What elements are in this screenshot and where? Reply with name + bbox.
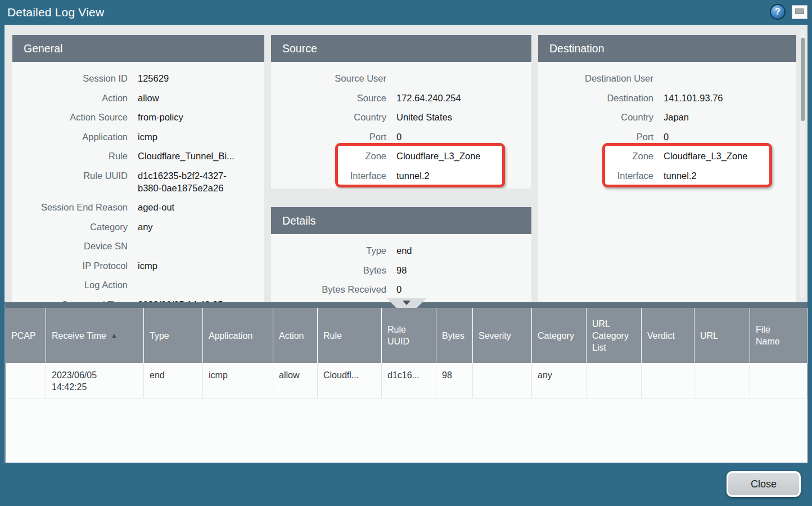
dialog-title: Detailed Log View	[0, 0, 812, 25]
log-table-header: PCAPReceive Time▲TypeApplicationActionRu…	[6, 308, 808, 364]
column-header-label: Verdict	[647, 330, 675, 342]
column-header-rule-uuid[interactable]: Rule UUID	[382, 308, 436, 363]
table-cell-verdict	[642, 364, 694, 398]
field-label: Category	[12, 221, 128, 233]
column-header-verdict[interactable]: Verdict	[642, 308, 694, 363]
table-cell-action: allow	[273, 364, 318, 398]
column-header-rule[interactable]: Rule	[318, 308, 382, 363]
column-header-url-category-list[interactable]: URL Category List	[587, 308, 642, 363]
field-label: Country	[271, 111, 386, 123]
column-header-label: URL Category List	[592, 318, 629, 353]
destination-fields: Destination UserDestination141.101.93.76…	[538, 62, 796, 302]
field-value: from-policy	[138, 111, 183, 123]
field-label: Log Action	[12, 279, 128, 291]
field-value: allow	[138, 92, 159, 104]
field-label: Interface	[538, 169, 653, 182]
column-header-label: File Name	[756, 324, 780, 347]
column-header-label: PCAP	[11, 330, 36, 342]
column-header-category[interactable]: Category	[532, 308, 587, 363]
window-glyph	[795, 8, 804, 14]
column-header-application[interactable]: Application	[203, 308, 273, 363]
window-control-icon[interactable]	[792, 5, 808, 19]
field-value: 0	[396, 283, 402, 295]
field-value: United States	[396, 111, 452, 123]
field-label: Destination User	[538, 72, 653, 84]
column-header-label: Bytes	[442, 330, 464, 342]
column-header-label: Category	[538, 330, 574, 342]
field-row: Action Sourcefrom-policy	[12, 108, 264, 127]
column-header-pcap[interactable]: PCAP	[6, 308, 46, 363]
field-value: icmp	[138, 131, 157, 143]
field-value: tunnel.2	[664, 169, 697, 182]
destination-panel-title: Destination	[538, 35, 796, 62]
column-header-label: Action	[279, 330, 304, 342]
source-panel: Source Source UserSource172.64.240.254Co…	[271, 35, 531, 189]
field-row: RuleCloudflare_Tunnel_Bi...	[12, 146, 264, 166]
field-value: 0	[396, 131, 402, 143]
column-header-url[interactable]: URL	[694, 308, 750, 363]
field-value: any	[138, 221, 153, 233]
general-fields: Session ID125629ActionallowAction Source…	[12, 62, 264, 302]
help-icon[interactable]: ?	[770, 4, 786, 20]
field-label: Type	[271, 244, 386, 257]
field-row: CountryUnited States	[271, 108, 531, 127]
log-table-section: PCAPReceive Time▲TypeApplicationActionRu…	[4, 302, 808, 463]
destination-panel: Destination Destination UserDestination1…	[538, 35, 796, 302]
details-panel-title: Details	[271, 207, 531, 234]
column-header-type[interactable]: Type	[144, 308, 203, 363]
column-header-label: Rule	[323, 330, 342, 342]
field-label: IP Protocol	[12, 259, 128, 272]
close-button[interactable]: Close	[727, 471, 801, 497]
dialog-titlebar: Detailed Log View ?	[0, 0, 812, 25]
field-row: Device SN	[12, 236, 264, 256]
table-cell-pcap	[6, 364, 46, 398]
column-header-label: Receive Time	[52, 330, 106, 342]
scrollbar-track[interactable]	[800, 30, 805, 298]
column-header-label: Type	[150, 330, 169, 342]
column-header-severity[interactable]: Severity	[473, 308, 532, 363]
general-panel-title: General	[12, 35, 264, 62]
field-value: 141.101.93.76	[664, 92, 723, 104]
chevron-down-icon	[403, 301, 410, 305]
field-label: Action Source	[12, 111, 128, 123]
scrollbar-thumb[interactable]	[801, 38, 805, 121]
column-header-action[interactable]: Action	[273, 308, 318, 363]
field-label: Interface	[271, 169, 386, 182]
field-row: Rule UUIDd1c16235-b2f2-4327- b380-0ae187…	[12, 166, 264, 198]
field-row: Port0	[271, 127, 531, 147]
field-value: 98	[396, 264, 407, 276]
help-glyph: ?	[775, 7, 781, 17]
field-row: Log Action	[12, 275, 264, 295]
field-value: 125629	[138, 72, 169, 84]
table-cell-severity	[473, 364, 532, 398]
field-label: Country	[538, 111, 653, 123]
column-header-bytes[interactable]: Bytes	[436, 308, 473, 363]
field-row: Source172.64.240.254	[271, 88, 531, 108]
table-cell-category: any	[532, 364, 587, 398]
field-row: Bytes98	[271, 261, 531, 280]
field-value: 2023/06/05 14:42:25	[138, 298, 223, 303]
log-detail-panels-area: General Session ID125629ActionallowActio…	[4, 25, 808, 302]
column-header-receive-time[interactable]: Receive Time▲	[46, 308, 144, 363]
field-label: Session End Reason	[12, 201, 128, 213]
field-value: Cloudflare_Tunnel_Bi...	[138, 150, 234, 162]
column-header-file-name[interactable]: File Name	[750, 308, 808, 363]
field-row: Generated Time2023/06/05 14:42:25	[12, 295, 264, 303]
field-label: Source	[271, 92, 386, 104]
field-row: Applicationicmp	[12, 127, 264, 147]
field-row: ZoneCloudflare_L3_Zone	[538, 146, 796, 166]
general-panel: General Session ID125629ActionallowActio…	[12, 35, 264, 302]
field-row: Categoryany	[12, 217, 264, 237]
field-row: ZoneCloudflare_L3_Zone	[271, 146, 531, 166]
field-label: Zone	[538, 150, 653, 162]
field-label: Bytes Received	[271, 283, 386, 295]
field-value: Cloudflare_L3_Zone	[664, 150, 748, 162]
log-table-row[interactable]: 2023/06/05 14:42:25endicmpallowCloudfl..…	[6, 364, 808, 398]
field-label: Action	[12, 92, 128, 104]
column-header-label: Rule UUID	[387, 324, 409, 347]
column-header-label: Application	[209, 330, 252, 342]
field-row: Bytes Received0	[271, 280, 531, 299]
field-label: Generated Time	[12, 298, 128, 303]
field-value: icmp	[138, 259, 157, 272]
field-row: Actionallow	[12, 88, 264, 108]
